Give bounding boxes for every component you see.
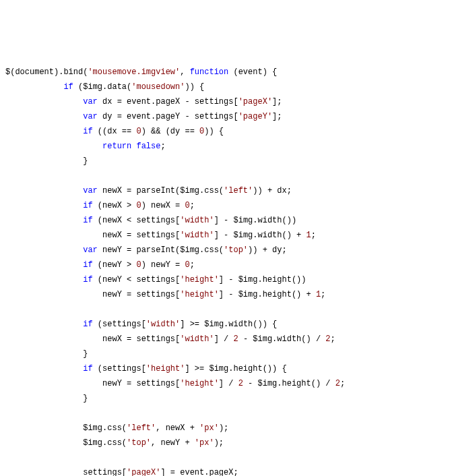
code-token: , (180, 67, 189, 77)
code-line: if (newX < settings['width'] - $img.widt… (5, 213, 445, 228)
code-token (5, 216, 83, 225)
code-token: - $img.height() / (243, 379, 335, 388)
code-token: 'width' (146, 320, 180, 329)
code-token: ] - $img.width()) (214, 216, 296, 225)
code-token: ] - $img.height() + (219, 290, 316, 299)
code-token: - $img.width() / (238, 334, 326, 344)
code-line: newX = settings['width'] - $img.width() … (5, 228, 445, 243)
code-line: if (newY > 0) newY = 0; (5, 258, 445, 272)
code-line: settings['pageX'] = event.pageX; (5, 465, 445, 476)
code-token (5, 201, 83, 210)
code-token: ((dx == (93, 127, 137, 136)
code-token: var (83, 112, 98, 121)
code-token: ($img.data( (73, 82, 131, 92)
code-line: var dx = event.pageX - settings['pageX']… (5, 94, 445, 109)
code-token: 'left' (224, 186, 253, 196)
code-token: ; (340, 379, 345, 388)
code-line (5, 450, 445, 465)
code-token: dx = event.pageX - settings[ (98, 97, 238, 107)
code-line (5, 169, 445, 183)
code-token: 'mousemove.imgview' (88, 67, 180, 77)
code-token: if (83, 260, 92, 270)
code-token: ] / (219, 379, 238, 388)
code-token: 0 (136, 127, 141, 136)
code-token: if (83, 275, 92, 285)
code-token (5, 364, 83, 374)
code-line: if (newX > 0) newX = 0; (5, 198, 445, 213)
code-token: if (83, 320, 92, 329)
code-token: 1 (307, 231, 311, 240)
code-token: , newX + (156, 423, 199, 433)
code-token: newY = parseInt($img.css( (98, 245, 224, 255)
code-token: 2 (325, 334, 330, 344)
code-token: } (5, 349, 88, 359)
code-token: 'px' (195, 438, 214, 448)
code-token: 'width' (180, 231, 214, 240)
code-token: 'pageX' (127, 468, 160, 476)
code-line: if (settings['height'] >= $img.height())… (5, 361, 445, 376)
code-token: )) { (204, 127, 224, 136)
code-line: $img.css('left', newX + 'px'); (5, 421, 445, 436)
code-token: } (5, 156, 88, 166)
code-token: ); (214, 438, 224, 448)
code-line (5, 406, 445, 421)
code-line: newX = settings['width'] / 2 - $img.widt… (5, 332, 445, 347)
code-token: settings[ (5, 468, 127, 476)
code-line: var dy = event.pageY - settings['pageY']… (5, 109, 445, 124)
code-token: ] = event.pageX; (160, 468, 238, 476)
code-token: 2 (233, 334, 238, 344)
code-token: 'width' (180, 216, 214, 225)
code-token: 2 (335, 379, 340, 388)
code-token: return (102, 142, 131, 151)
code-token (5, 127, 83, 136)
code-token: 'width' (180, 334, 214, 344)
code-line: return false; (5, 139, 445, 154)
code-token: ; (190, 201, 195, 210)
code-token: ; (331, 334, 335, 344)
code-token (5, 97, 83, 107)
code-token: 'pageY' (238, 112, 272, 121)
code-token (5, 260, 83, 270)
code-token: var (83, 245, 98, 255)
code-line: if ($img.data('mousedown')) { (5, 80, 445, 94)
code-token: (newY < settings[ (93, 275, 181, 285)
code-token: 'mousedown' (131, 82, 185, 92)
code-token: )) { (185, 82, 204, 92)
code-token: 'px' (199, 423, 219, 433)
code-token (5, 112, 83, 121)
code-token: ]; (272, 97, 282, 107)
code-token: 'height' (180, 379, 219, 388)
code-token: (event) { (228, 67, 277, 77)
code-line: } (5, 347, 445, 361)
code-token: ] >= $img.height()) { (185, 364, 286, 374)
code-token: (settings[ (93, 320, 146, 329)
code-token: (newX < settings[ (93, 216, 181, 225)
code-token: 'height' (180, 290, 219, 299)
code-token: 0 (136, 201, 141, 210)
code-token: newX = settings[ (5, 334, 180, 344)
code-token: var (83, 186, 98, 196)
code-token: ; (321, 290, 325, 299)
code-token: false (136, 142, 160, 151)
code-token: 1 (316, 290, 321, 299)
code-line: $(document).bind('mousemove.imgview', fu… (5, 65, 445, 80)
code-token: ; (190, 260, 195, 270)
code-token: 'height' (180, 275, 219, 285)
code-token: ] - $img.width() + (214, 231, 307, 240)
code-token: if (83, 364, 92, 374)
code-token: 'pageX' (238, 97, 272, 107)
code-token: 'left' (127, 423, 156, 433)
code-token: newX = parseInt($img.css( (98, 186, 224, 196)
code-line: var newX = parseInt($img.css('left')) + … (5, 183, 445, 198)
code-line: newY = settings['height'] / 2 - $img.hei… (5, 376, 445, 391)
code-token (5, 320, 83, 329)
code-line: if (newY < settings['height'] - $img.hei… (5, 272, 445, 287)
code-line: if ((dx == 0) && (dy == 0)) { (5, 124, 445, 139)
code-token: if (63, 82, 73, 92)
code-token: } (5, 394, 88, 403)
code-token: 0 (185, 260, 189, 270)
code-line: if (settings['width'] >= $img.width()) { (5, 317, 445, 332)
code-token: ; (160, 142, 165, 151)
code-token: $img.css( (5, 423, 127, 433)
code-token: 2 (238, 379, 243, 388)
